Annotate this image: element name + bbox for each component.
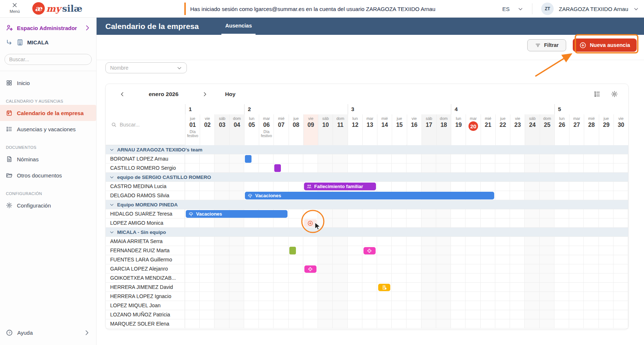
- day-cell[interactable]: [244, 164, 259, 172]
- day-cell[interactable]: [289, 319, 303, 328]
- day-cell[interactable]: [554, 292, 569, 301]
- day-cell[interactable]: [525, 292, 539, 301]
- day-cell[interactable]: [303, 255, 318, 264]
- day-cell[interactable]: [466, 301, 480, 310]
- day-cell[interactable]: [200, 237, 214, 246]
- company-row[interactable]: MICALA: [0, 35, 96, 50]
- day-cell[interactable]: [451, 246, 466, 255]
- day-cell[interactable]: [525, 209, 539, 218]
- day-cell[interactable]: [303, 292, 318, 301]
- day-cell[interactable]: [481, 237, 495, 246]
- day-cell[interactable]: [333, 246, 347, 255]
- day-cell[interactable]: [333, 154, 347, 163]
- day-cell[interactable]: [525, 164, 539, 172]
- day-cell[interactable]: [362, 283, 377, 291]
- sidebar-item-nominas[interactable]: s Nóminas: [0, 151, 96, 167]
- day-cell[interactable]: [303, 154, 318, 163]
- day-cell[interactable]: [525, 219, 539, 227]
- day-cell[interactable]: [185, 264, 200, 273]
- day-cell[interactable]: [510, 154, 525, 163]
- day-cell[interactable]: [377, 209, 392, 218]
- day-cell[interactable]: [436, 182, 451, 191]
- day-cell[interactable]: [214, 319, 229, 328]
- day-cell[interactable]: [599, 301, 614, 310]
- day-cell[interactable]: [584, 219, 598, 227]
- day-cell[interactable]: [481, 246, 495, 255]
- day-cell[interactable]: [569, 301, 584, 310]
- day-cell[interactable]: [525, 154, 539, 163]
- day-cell[interactable]: [510, 182, 525, 191]
- day-cell[interactable]: [584, 283, 598, 291]
- day-cell[interactable]: [229, 182, 244, 191]
- absence-block[interactable]: [274, 164, 281, 172]
- day-cell[interactable]: [244, 255, 259, 264]
- day-cell[interactable]: [333, 292, 347, 301]
- day-cell[interactable]: [348, 154, 362, 163]
- day-cell[interactable]: [259, 274, 274, 282]
- day-cell[interactable]: [407, 274, 422, 282]
- day-cell[interactable]: [377, 301, 392, 310]
- day-cell[interactable]: [377, 274, 392, 282]
- day-cell[interactable]: [303, 209, 318, 218]
- day-cell[interactable]: [614, 292, 628, 301]
- day-cell[interactable]: [185, 191, 200, 200]
- day-cell[interactable]: [259, 182, 274, 191]
- day-cell[interactable]: [451, 154, 466, 163]
- day-cell[interactable]: [407, 246, 422, 255]
- day-cell[interactable]: [214, 292, 229, 301]
- day-cell[interactable]: [362, 292, 377, 301]
- day-cell[interactable]: [185, 301, 200, 310]
- absence-bar[interactable]: Vacaciones: [245, 192, 494, 199]
- day-cell[interactable]: [584, 264, 598, 273]
- day-cell[interactable]: [436, 301, 451, 310]
- day-cell[interactable]: [214, 274, 229, 282]
- day-cell[interactable]: [407, 283, 422, 291]
- day-cell[interactable]: [348, 319, 362, 328]
- day-cell[interactable]: [259, 237, 274, 246]
- day-cell[interactable]: [289, 209, 303, 218]
- day-cell[interactable]: [362, 255, 377, 264]
- day-cell[interactable]: [554, 219, 569, 227]
- day-cell[interactable]: [303, 301, 318, 310]
- day-cell[interactable]: [214, 255, 229, 264]
- day-cell[interactable]: [569, 164, 584, 172]
- day-cell[interactable]: [214, 237, 229, 246]
- day-cell[interactable]: [274, 246, 288, 255]
- day-cell[interactable]: [614, 310, 628, 319]
- day-cell[interactable]: [436, 237, 451, 246]
- day-cell[interactable]: [185, 255, 200, 264]
- day-cell[interactable]: [495, 301, 510, 310]
- day-cell[interactable]: [407, 219, 422, 227]
- day-cell[interactable]: [451, 164, 466, 172]
- day-cell[interactable]: [274, 264, 288, 273]
- day-cell[interactable]: [362, 319, 377, 328]
- day-cell[interactable]: [466, 255, 480, 264]
- day-cell[interactable]: [554, 246, 569, 255]
- day-cell[interactable]: [614, 219, 628, 227]
- day-cell[interactable]: [318, 154, 333, 163]
- day-cell[interactable]: [214, 246, 229, 255]
- day-cell[interactable]: [495, 164, 510, 172]
- day-cell[interactable]: [244, 301, 259, 310]
- day-cell[interactable]: [274, 310, 288, 319]
- day-cell[interactable]: [436, 274, 451, 282]
- day-cell[interactable]: [422, 255, 436, 264]
- day-cell[interactable]: [510, 237, 525, 246]
- day-cell[interactable]: [348, 283, 362, 291]
- day-cell[interactable]: [348, 301, 362, 310]
- day-cell[interactable]: [451, 219, 466, 227]
- day-cell[interactable]: [510, 219, 525, 227]
- day-cell[interactable]: [259, 319, 274, 328]
- day-cell[interactable]: [422, 154, 436, 163]
- day-cell[interactable]: [422, 292, 436, 301]
- day-cell[interactable]: [333, 264, 347, 273]
- day-cell[interactable]: [348, 274, 362, 282]
- team-row[interactable]: equipo de SERGIO CASTILLO ROMERO: [106, 173, 628, 182]
- day-cell[interactable]: [510, 264, 525, 273]
- day-cell[interactable]: [200, 255, 214, 264]
- day-cell[interactable]: [185, 274, 200, 282]
- day-cell[interactable]: [525, 182, 539, 191]
- day-cell[interactable]: [481, 164, 495, 172]
- day-cell[interactable]: [274, 274, 288, 282]
- day-cell[interactable]: [333, 301, 347, 310]
